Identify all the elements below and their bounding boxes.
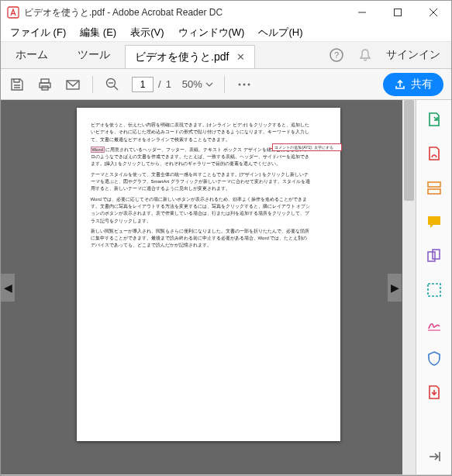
menubar: ファイル (F) 編集 (E) 表示(V) ウィンドウ(W) ヘルプ(H) xyxy=(1,24,451,41)
menu-view[interactable]: 表示(V) xyxy=(126,24,168,41)
window-title: ビデオを使うと.pdf - Adobe Acrobat Reader DC xyxy=(24,6,344,19)
prev-page-button[interactable]: ◀ xyxy=(1,274,15,302)
minimize-button[interactable] xyxy=(344,1,380,24)
svg-point-16 xyxy=(247,83,250,85)
tool-panel xyxy=(416,100,451,474)
menu-edit[interactable]: 編集 (E) xyxy=(75,24,121,41)
menu-file[interactable]: ファイル (F) xyxy=(5,24,71,41)
bell-icon[interactable] xyxy=(358,48,372,62)
maximize-button[interactable] xyxy=(380,1,416,24)
svg-rect-2 xyxy=(395,9,402,16)
svg-text:?: ? xyxy=(334,50,339,60)
body: ビデオを使うと、伝えたい内容を明確に表現できます。[オンライン ビデオ] をクリ… xyxy=(1,100,451,475)
print-icon[interactable] xyxy=(36,76,53,93)
svg-rect-7 xyxy=(41,79,49,83)
share-label: 共有 xyxy=(411,78,433,91)
svg-rect-8 xyxy=(40,83,50,88)
comment-annotation[interactable]: コメントの追加 [AY1]: 太字にする xyxy=(272,143,342,151)
document-viewer[interactable]: ビデオを使うと、伝えたい内容を明確に表現できます。[オンライン ビデオ] をクリ… xyxy=(1,100,416,474)
svg-line-12 xyxy=(114,86,118,90)
organize-icon[interactable] xyxy=(426,281,443,298)
chevron-down-icon xyxy=(205,81,213,88)
app-icon xyxy=(7,6,19,19)
create-pdf-icon[interactable] xyxy=(426,145,443,162)
svg-point-14 xyxy=(238,83,240,85)
compress-icon[interactable] xyxy=(426,384,443,401)
menu-window[interactable]: ウィンドウ(W) xyxy=(174,24,250,41)
paragraph: ビデオを使うと、伝えたい内容を明確に表現できます。[オンライン ビデオ] をクリ… xyxy=(91,122,311,143)
close-button[interactable] xyxy=(416,1,451,24)
save-icon[interactable] xyxy=(9,76,26,93)
svg-rect-17 xyxy=(428,182,440,187)
titlebar: ビデオを使うと.pdf - Adobe Acrobat Reader DC xyxy=(1,1,451,24)
help-icon[interactable]: ? xyxy=(329,47,344,63)
signin-link[interactable]: サインイン xyxy=(386,48,440,62)
tabbar-right: ? サインイン xyxy=(255,42,451,68)
email-icon[interactable] xyxy=(64,76,81,93)
tab-close-icon[interactable]: ✕ xyxy=(236,51,245,63)
svg-rect-19 xyxy=(428,252,435,261)
comment-icon[interactable] xyxy=(426,213,443,230)
sign-icon[interactable] xyxy=(426,316,443,333)
page-sep: / xyxy=(158,78,161,90)
tab-document-label: ビデオを使うと.pdf xyxy=(135,50,229,64)
scrollbar-thumb[interactable] xyxy=(404,100,414,201)
share-button[interactable]: 共有 xyxy=(383,73,443,96)
edit-pdf-icon[interactable] xyxy=(426,179,443,196)
protect-icon[interactable] xyxy=(426,350,443,367)
separator xyxy=(224,76,225,93)
paragraph: Word では、必要に応じてその場に新しいボタンが表示されるため、効率よく操作を… xyxy=(91,196,311,225)
more-icon[interactable] xyxy=(236,76,253,93)
paragraph: 新しい閲覧ビューが導入され、閲覧もさらに便利になりました。文書の一部を折りたたん… xyxy=(91,228,311,250)
tabbar: ホーム ツール ビデオを使うと.pdf ✕ ? サインイン xyxy=(1,41,451,69)
separator xyxy=(92,76,93,93)
pdf-page: ビデオを使うと、伝えたい内容を明確に表現できます。[オンライン ビデオ] をクリ… xyxy=(77,108,340,441)
svg-rect-20 xyxy=(433,250,440,259)
share-icon xyxy=(394,78,406,91)
svg-point-15 xyxy=(243,83,245,85)
page-current-input[interactable] xyxy=(132,77,154,92)
vertical-scrollbar[interactable] xyxy=(402,100,416,474)
highlighted-text: Word xyxy=(91,147,105,153)
tab-home[interactable]: ホーム xyxy=(1,42,63,68)
document-text: ビデオを使うと、伝えたい内容を明確に表現できます。[オンライン ビデオ] をクリ… xyxy=(91,122,311,250)
paragraph: テーマとスタイルを使って、文書全体の統一感を出すこともできます。[デザイン] を… xyxy=(91,171,311,193)
toolbar: / 1 50% 共有 xyxy=(1,69,451,100)
zoom-out-icon[interactable] xyxy=(104,76,121,93)
page-total: 1 xyxy=(166,78,171,90)
svg-rect-18 xyxy=(428,189,440,194)
zoom-dropdown[interactable]: 50% xyxy=(182,78,213,90)
svg-rect-21 xyxy=(428,284,440,296)
zoom-value: 50% xyxy=(182,78,202,90)
collapse-panel-icon[interactable] xyxy=(426,448,443,465)
combine-icon[interactable] xyxy=(426,247,443,264)
tab-tools[interactable]: ツール xyxy=(63,42,125,68)
page-navigation: / 1 xyxy=(132,77,171,92)
tab-document[interactable]: ビデオを使うと.pdf ✕ xyxy=(125,45,255,68)
next-page-button[interactable]: ▶ xyxy=(388,274,402,302)
export-pdf-icon[interactable] xyxy=(426,111,443,128)
menu-help[interactable]: ヘルプ(H) xyxy=(254,24,307,41)
